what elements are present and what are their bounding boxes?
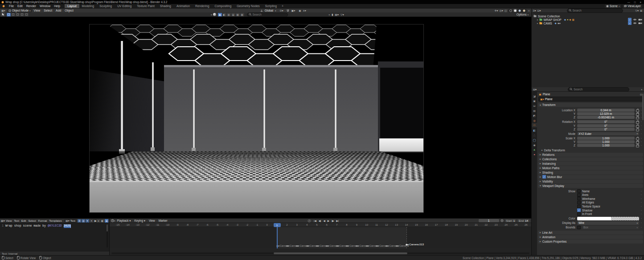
- show-overlays-icon[interactable]: ◎▾: [500, 9, 503, 12]
- shading-dropdown-icon[interactable]: ▾: [528, 9, 529, 12]
- vd-checkbox[interactable]: [577, 212, 581, 216]
- playback-play-reverse-icon[interactable]: ◀: [323, 219, 326, 222]
- animate-dot-icon[interactable]: ·: [640, 140, 643, 143]
- transform-value[interactable]: 0°: [577, 128, 635, 131]
- select-mode-intersect-icon[interactable]: [25, 13, 29, 16]
- proportional-edit-icon[interactable]: ◉: [299, 9, 301, 12]
- properties-search-input[interactable]: Search: [568, 87, 629, 92]
- properties-scrollbar[interactable]: [642, 93, 644, 120]
- playback-jump-to-start-icon[interactable]: |◀: [313, 219, 317, 222]
- text-menu-format[interactable]: Format: [37, 219, 48, 222]
- lock-icon[interactable]: [636, 129, 639, 131]
- text-menu-templates[interactable]: Templates: [48, 219, 63, 222]
- toggle-0[interactable]: ▦: [218, 13, 222, 16]
- playback-prev-keyframe-icon[interactable]: ◀|: [318, 219, 322, 222]
- workspace-tab-scripting[interactable]: Scripting: [263, 4, 279, 8]
- workspace-tab-compositing[interactable]: Compositing: [212, 4, 234, 8]
- show-gizmo-icon[interactable]: ✛▾: [495, 9, 498, 12]
- shading-solid-icon[interactable]: [513, 9, 517, 12]
- playback-next-keyframe-icon[interactable]: |▶: [331, 219, 335, 222]
- select-mode-set-icon[interactable]: [7, 13, 11, 16]
- viewport-menu-view[interactable]: View: [32, 9, 42, 12]
- syntax-highlight-icon[interactable]: ▣: [105, 219, 108, 223]
- mode-dropdown[interactable]: XYZ Euler▾: [577, 132, 639, 136]
- tool-search-input[interactable]: Search: [247, 12, 288, 17]
- menu-edit[interactable]: Edit: [16, 4, 25, 8]
- animate-dot-icon[interactable]: ·: [640, 120, 643, 123]
- material-preview-sphere-icon[interactable]: [213, 13, 216, 16]
- workspace-tab-rendering[interactable]: Rendering: [193, 4, 212, 8]
- filter-funnel-icon[interactable]: ▽▾: [340, 13, 344, 16]
- outliner-display-mode-icon[interactable]: ≡▾: [533, 9, 536, 12]
- workspace-tab-modeling[interactable]: Modeling: [79, 4, 97, 8]
- panel-header-instancing[interactable]: ▸Instancing: [538, 162, 643, 166]
- outliner-row-scene-collection[interactable]: Scene Collection: [532, 14, 644, 18]
- auto-keying-icon[interactable]: [308, 219, 311, 223]
- viewport-menu-object[interactable]: Object: [63, 9, 75, 12]
- timeline-marker[interactable]: Camera.013: [406, 243, 424, 246]
- disable-render-camera-icon[interactable]: [638, 18, 642, 21]
- panel-header-motion-paths[interactable]: ▸Motion Paths: [538, 166, 643, 170]
- outliner-row-cams[interactable]: ▸CAMS◆✓: [532, 21, 644, 25]
- chevron-down-icon[interactable]: ▾: [275, 9, 276, 12]
- timeline-editor-type-icon[interactable]: [111, 219, 114, 222]
- panel-header-relations[interactable]: ▸Relations: [538, 153, 643, 157]
- panel-header-visibility[interactable]: ▸Visibility: [538, 179, 643, 183]
- animate-dot-icon[interactable]: ·: [640, 226, 643, 229]
- pin-bookmark-icon[interactable]: ▮: [332, 13, 333, 16]
- color-swatch[interactable]: [577, 217, 639, 220]
- properties-tab-data[interactable]: ▲: [532, 147, 537, 152]
- animate-dot-icon[interactable]: ·: [640, 132, 643, 135]
- properties-tab-object[interactable]: □: [532, 123, 537, 127]
- workspace-tab-layout[interactable]: Layout: [65, 4, 79, 8]
- line-numbers-icon[interactable]: ≡: [97, 219, 100, 223]
- text-scrollbar-thumb[interactable]: [107, 224, 108, 232]
- start-frame-field[interactable]: Start1: [505, 219, 517, 223]
- transform-value[interactable]: 0.344 m: [577, 109, 635, 112]
- playback-jump-to-end-icon[interactable]: ▶|: [336, 219, 340, 222]
- scene-unlink-icon[interactable]: ×: [619, 5, 620, 8]
- outliner-new-collection-icon[interactable]: ⊞: [640, 9, 642, 12]
- viewlayer-selector[interactable]: ViewLayer: [623, 4, 642, 8]
- blender-menu-icon[interactable]: [2, 5, 5, 8]
- text-editor-type-icon[interactable]: ▤▾: [1, 219, 5, 222]
- panel-header-animation[interactable]: ▸Animation: [538, 235, 643, 239]
- transform-value[interactable]: 1.000: [577, 140, 635, 143]
- transform-value[interactable]: 12.029 m: [577, 112, 635, 115]
- breadcrumb-object-name[interactable]: Plane: [543, 93, 550, 96]
- current-frame-indicator[interactable]: 1: [274, 223, 281, 227]
- animate-dot-icon[interactable]: ·: [640, 137, 643, 140]
- workspace-tab-uv-editing[interactable]: UV Editing: [115, 4, 134, 8]
- current-frame-field[interactable]: 1: [479, 219, 499, 222]
- vd-checkbox[interactable]: [577, 201, 581, 204]
- menu-file[interactable]: File: [7, 4, 16, 8]
- animate-dot-icon[interactable]: ·: [640, 124, 643, 127]
- text-menu-edit[interactable]: Edit: [20, 219, 27, 222]
- disable-render-camera-icon[interactable]: [638, 22, 642, 24]
- options-dropdown[interactable]: Options▾: [517, 13, 531, 16]
- playback-play-icon[interactable]: ▶: [327, 219, 330, 222]
- animate-dot-icon[interactable]: ·: [640, 212, 643, 215]
- timeline-body[interactable]: CameraCameraCameraCameraCameraCameraCame…: [110, 227, 531, 248]
- open-text-icon[interactable]: ▥: [82, 219, 85, 223]
- unlink-text-icon[interactable]: ×: [90, 219, 93, 223]
- animate-dot-icon[interactable]: ·: [640, 201, 643, 204]
- panel-header-line-art[interactable]: ▸Line Art: [538, 231, 643, 235]
- keying-set-icon[interactable]: [500, 219, 504, 222]
- properties-tab-constraints[interactable]: ◉: [532, 142, 537, 147]
- panel-header-custom-properties[interactable]: ▸Custom Properties: [538, 240, 643, 244]
- shading-material-icon[interactable]: [518, 9, 521, 12]
- lock-icon[interactable]: [636, 145, 639, 147]
- bounds-checkbox[interactable]: [577, 226, 581, 229]
- properties-tab-tool[interactable]: ◪: [532, 93, 537, 98]
- animate-dot-icon[interactable]: ·: [640, 217, 643, 220]
- lock-icon[interactable]: [636, 138, 639, 140]
- animate-dot-icon[interactable]: ·: [640, 144, 643, 147]
- vd-checkbox[interactable]: [577, 197, 581, 200]
- timeline-scrollbar-thumb[interactable]: [274, 252, 407, 254]
- viewport-menu-select[interactable]: Select: [42, 9, 54, 12]
- chevron-down-icon[interactable]: ▾: [641, 88, 644, 91]
- timeline-menu-view[interactable]: View: [147, 219, 157, 222]
- toggle-4[interactable]: ▧: [236, 13, 240, 16]
- lock-icon[interactable]: [636, 113, 639, 116]
